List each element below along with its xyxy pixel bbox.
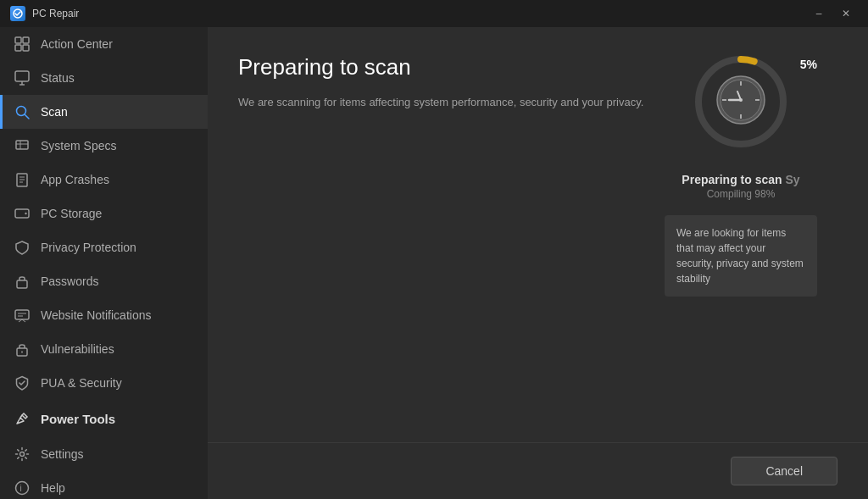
- circular-progress: 5%: [690, 51, 792, 152]
- cancel-button[interactable]: Cancel: [731, 457, 837, 485]
- scan-status-container: Preparing to scan Sy Compiling 98%: [682, 166, 799, 200]
- sidebar-item-settings[interactable]: Settings: [0, 437, 208, 471]
- sidebar: Action Center Status Scan: [0, 27, 208, 499]
- svg-point-26: [20, 452, 25, 457]
- minimize-button[interactable]: –: [807, 5, 831, 22]
- sidebar-item-vulnerabilities[interactable]: Vulnerabilities: [0, 332, 208, 366]
- svg-rect-1: [15, 37, 21, 43]
- svg-text:i: i: [20, 484, 22, 493]
- svg-rect-5: [15, 71, 29, 81]
- pua-security-icon: [14, 374, 31, 391]
- sidebar-label-vulnerabilities: Vulnerabilities: [41, 342, 194, 356]
- svg-rect-10: [16, 141, 28, 149]
- svg-line-25: [20, 415, 22, 418]
- sidebar-label-pc-storage: PC Storage: [41, 207, 194, 220]
- svg-point-24: [21, 352, 23, 353]
- main-content: Preparing to scan We are scanning for it…: [208, 27, 868, 499]
- sidebar-label-passwords: Passwords: [41, 274, 194, 288]
- power-tools-icon: [14, 410, 31, 427]
- sidebar-label-app-crashes: App Crashes: [41, 173, 194, 186]
- app-crashes-icon: [14, 171, 31, 188]
- svg-rect-2: [23, 37, 29, 43]
- sidebar-label-system-specs: System Specs: [41, 139, 194, 152]
- close-button[interactable]: ✕: [834, 5, 858, 22]
- sidebar-item-app-crashes[interactable]: App Crashes: [0, 163, 208, 197]
- sidebar-label-action-center: Action Center: [41, 37, 194, 51]
- passwords-icon: [14, 273, 31, 290]
- help-icon: i: [14, 480, 31, 496]
- svg-rect-3: [15, 45, 21, 51]
- sidebar-label-website-notifications: Website Notifications: [41, 308, 194, 322]
- sidebar-item-website-notifications[interactable]: Website Notifications: [0, 298, 208, 332]
- bottom-bar: Cancel: [208, 442, 868, 499]
- page-description: We are scanning for items affecting syst…: [238, 94, 662, 111]
- vulnerabilities-icon: [14, 341, 31, 358]
- scan-status-text: Preparing to scan Sy: [682, 173, 799, 186]
- sidebar-label-power-tools: Power Tools: [41, 412, 194, 426]
- scan-tooltip: We are looking for items that may affect…: [665, 215, 817, 297]
- svg-rect-4: [23, 45, 29, 51]
- scan-visual: 5% Preparing to scan Sy Compiling 98% We…: [665, 51, 817, 297]
- website-notifications-icon: [14, 307, 31, 324]
- sidebar-item-help[interactable]: i Help: [0, 471, 208, 499]
- scan-icon: [14, 103, 31, 120]
- progress-percent-label: 5%: [800, 58, 817, 71]
- action-center-icon: [14, 36, 31, 53]
- svg-point-27: [16, 482, 29, 495]
- svg-point-18: [25, 213, 26, 214]
- sidebar-item-action-center[interactable]: Action Center: [0, 27, 208, 61]
- app-title: PC Repair: [32, 8, 79, 19]
- sidebar-item-passwords[interactable]: Passwords: [0, 264, 208, 298]
- sidebar-item-pc-storage[interactable]: PC Storage: [0, 197, 208, 230]
- sidebar-label-scan: Scan: [41, 105, 194, 119]
- sidebar-item-system-specs[interactable]: System Specs: [0, 129, 208, 163]
- sidebar-label-privacy-protection: Privacy Protection: [41, 241, 194, 254]
- sidebar-item-pua-security[interactable]: PUA & Security: [0, 366, 208, 400]
- sidebar-label-pua-security: PUA & Security: [41, 376, 194, 390]
- sidebar-item-privacy-protection[interactable]: Privacy Protection: [0, 230, 208, 264]
- settings-icon: [14, 446, 31, 463]
- sidebar-label-status: Status: [41, 71, 194, 85]
- sidebar-item-power-tools[interactable]: Power Tools: [0, 400, 208, 437]
- svg-rect-20: [15, 310, 29, 319]
- svg-rect-19: [17, 280, 27, 288]
- app-logo: [10, 6, 25, 21]
- sidebar-item-status[interactable]: Status: [0, 61, 208, 95]
- content-area: Preparing to scan We are scanning for it…: [208, 27, 868, 442]
- compiling-text: Compiling 98%: [682, 188, 799, 200]
- app-body: Action Center Status Scan: [0, 27, 868, 499]
- system-specs-icon: [14, 137, 31, 154]
- pc-storage-icon: [14, 205, 31, 222]
- scan-status-suffix: Sy: [786, 173, 800, 186]
- svg-line-9: [25, 114, 29, 119]
- privacy-protection-icon: [14, 239, 31, 256]
- sidebar-label-settings: Settings: [41, 447, 194, 461]
- title-bar-controls: – ✕: [807, 5, 858, 22]
- svg-point-39: [739, 98, 743, 102]
- status-icon: [14, 69, 31, 86]
- title-bar: PC Repair – ✕: [0, 0, 868, 27]
- title-bar-left: PC Repair: [10, 6, 79, 21]
- sidebar-item-scan[interactable]: Scan: [0, 95, 208, 129]
- sidebar-label-help: Help: [41, 481, 194, 495]
